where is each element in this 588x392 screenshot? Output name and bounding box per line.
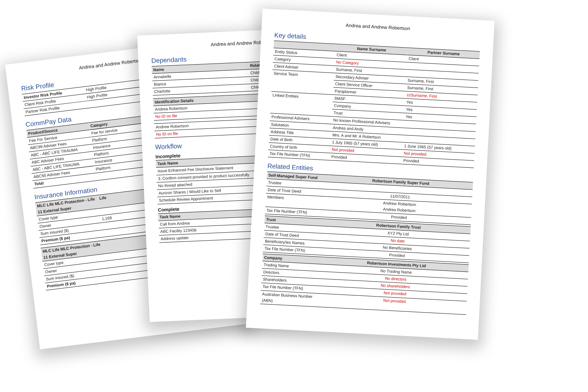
page-title: Andrea and Andrew Robertson bbox=[275, 19, 481, 35]
document-page-3: Andrea and Andrew Robertson Key details … bbox=[246, 9, 494, 340]
company-table: CompanyRobertson Investments Pty Ltd Tra… bbox=[260, 254, 469, 315]
keydetails-table: Name SurnamePartner Surname Entity Statu… bbox=[268, 41, 480, 168]
